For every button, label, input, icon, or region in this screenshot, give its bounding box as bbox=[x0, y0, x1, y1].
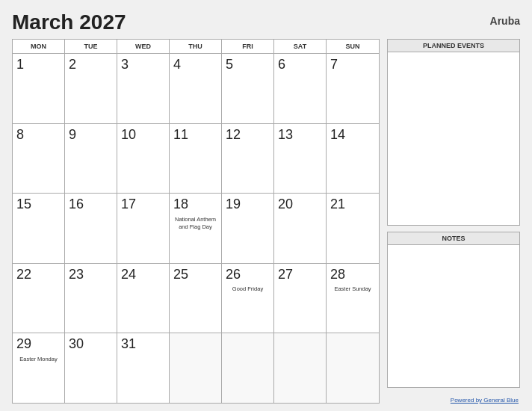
week-row-3: 15161718National Anthem and Flag Day1920… bbox=[13, 194, 379, 264]
day-cell: 6 bbox=[274, 54, 327, 123]
day-number: 20 bbox=[278, 197, 293, 213]
notes-box: NOTES bbox=[387, 232, 520, 388]
main-content: MONTUEWEDTHUFRISATSUN 123456789101112131… bbox=[12, 39, 520, 404]
day-number: 29 bbox=[16, 336, 31, 353]
day-header-sat: SAT bbox=[274, 40, 327, 53]
day-header-mon: MON bbox=[13, 40, 65, 53]
day-number: 1 bbox=[16, 57, 24, 73]
day-number: 5 bbox=[226, 57, 233, 73]
powered-by: Powered by General Blue bbox=[387, 397, 520, 404]
event-label: National Anthem and Flag Day bbox=[173, 216, 217, 231]
day-cell: 7 bbox=[327, 54, 379, 123]
day-number: 12 bbox=[226, 127, 241, 143]
day-header-wed: WED bbox=[117, 40, 170, 53]
day-cell bbox=[222, 333, 274, 403]
calendar-grid: MONTUEWEDTHUFRISATSUN 123456789101112131… bbox=[12, 39, 380, 404]
day-cell: 20 bbox=[274, 194, 327, 263]
day-cell: 23 bbox=[65, 264, 117, 333]
day-number: 24 bbox=[121, 267, 136, 283]
planned-events-box: PLANNED EVENTS bbox=[387, 39, 520, 226]
country-name: Aruba bbox=[490, 15, 520, 27]
day-number: 4 bbox=[173, 57, 181, 73]
day-cell: 17 bbox=[117, 194, 170, 263]
day-number: 17 bbox=[121, 197, 136, 213]
day-number: 8 bbox=[16, 127, 24, 143]
day-cell: 2 bbox=[65, 54, 117, 123]
event-label: Easter Sunday bbox=[330, 285, 375, 293]
day-cell: 5 bbox=[222, 54, 274, 123]
day-cell: 14 bbox=[327, 124, 379, 194]
day-cell: 13 bbox=[274, 124, 327, 194]
day-number: 13 bbox=[278, 127, 293, 143]
day-cell: 11 bbox=[170, 124, 222, 194]
day-cell bbox=[170, 333, 222, 403]
day-cell: 25 bbox=[170, 264, 222, 333]
week-row-2: 891011121314 bbox=[13, 124, 379, 194]
header-row: March 2027 Aruba bbox=[12, 10, 520, 34]
day-number: 31 bbox=[121, 336, 136, 353]
day-cell: 16 bbox=[65, 194, 117, 263]
day-cell: 18National Anthem and Flag Day bbox=[170, 194, 222, 263]
day-number: 18 bbox=[173, 197, 188, 213]
day-cell: 21 bbox=[327, 194, 379, 263]
day-cell bbox=[327, 333, 379, 403]
notes-content bbox=[388, 245, 519, 387]
day-cell: 1 bbox=[13, 54, 65, 123]
day-cell bbox=[274, 333, 327, 403]
day-number: 11 bbox=[173, 127, 188, 143]
week-row-4: 2223242526Good Friday2728Easter Sunday bbox=[13, 264, 379, 334]
day-cell: 12 bbox=[222, 124, 274, 194]
notes-header: NOTES bbox=[388, 232, 519, 245]
day-cell: 10 bbox=[117, 124, 170, 194]
day-number: 9 bbox=[69, 127, 76, 143]
day-cell: 22 bbox=[13, 264, 65, 333]
day-number: 30 bbox=[69, 336, 84, 353]
month-title: March 2027 bbox=[12, 10, 126, 34]
day-header-tue: TUE bbox=[65, 40, 117, 53]
weeks-container: 123456789101112131415161718National Anth… bbox=[13, 54, 379, 403]
day-cell: 29Easter Monday bbox=[13, 333, 65, 403]
week-row-5: 29Easter Monday3031 bbox=[13, 333, 379, 403]
day-number: 28 bbox=[330, 267, 345, 283]
day-number: 27 bbox=[278, 267, 293, 283]
day-cell: 19 bbox=[222, 194, 274, 263]
planned-events-content bbox=[388, 52, 519, 225]
page: March 2027 Aruba MONTUEWEDTHUFRISATSUN 1… bbox=[0, 0, 532, 411]
day-number: 23 bbox=[69, 267, 84, 283]
day-cell: 4 bbox=[170, 54, 222, 123]
day-cell: 8 bbox=[13, 124, 65, 194]
day-header-sun: SUN bbox=[327, 40, 379, 53]
day-headers: MONTUEWEDTHUFRISATSUN bbox=[13, 40, 379, 54]
day-cell: 9 bbox=[65, 124, 117, 194]
day-number: 2 bbox=[69, 57, 76, 73]
day-number: 10 bbox=[121, 127, 136, 143]
sidebar: PLANNED EVENTS NOTES Powered by General … bbox=[387, 39, 520, 404]
day-number: 14 bbox=[330, 127, 345, 143]
powered-by-link[interactable]: Powered by General Blue bbox=[451, 397, 519, 404]
day-number: 22 bbox=[16, 267, 31, 283]
day-number: 3 bbox=[121, 57, 129, 73]
day-number: 16 bbox=[69, 197, 84, 213]
day-cell: 3 bbox=[117, 54, 170, 123]
event-label: Good Friday bbox=[226, 285, 270, 293]
day-number: 7 bbox=[330, 57, 338, 73]
day-number: 15 bbox=[16, 197, 31, 213]
day-number: 26 bbox=[226, 267, 241, 283]
calendar-section: MONTUEWEDTHUFRISATSUN 123456789101112131… bbox=[12, 39, 380, 404]
planned-events-header: PLANNED EVENTS bbox=[388, 40, 519, 52]
day-cell: 30 bbox=[65, 333, 117, 403]
week-row-1: 1234567 bbox=[13, 54, 379, 124]
day-header-thu: THU bbox=[170, 40, 222, 53]
day-cell: 28Easter Sunday bbox=[327, 264, 379, 333]
day-cell: 31 bbox=[117, 333, 170, 403]
event-label: Easter Monday bbox=[16, 356, 61, 363]
day-cell: 24 bbox=[117, 264, 170, 333]
day-header-fri: FRI bbox=[222, 40, 274, 53]
day-number: 21 bbox=[330, 197, 345, 213]
day-number: 6 bbox=[278, 57, 285, 73]
day-cell: 27 bbox=[274, 264, 327, 333]
day-number: 25 bbox=[173, 267, 188, 283]
day-cell: 15 bbox=[13, 194, 65, 263]
day-number: 19 bbox=[226, 197, 241, 213]
day-cell: 26Good Friday bbox=[222, 264, 274, 333]
